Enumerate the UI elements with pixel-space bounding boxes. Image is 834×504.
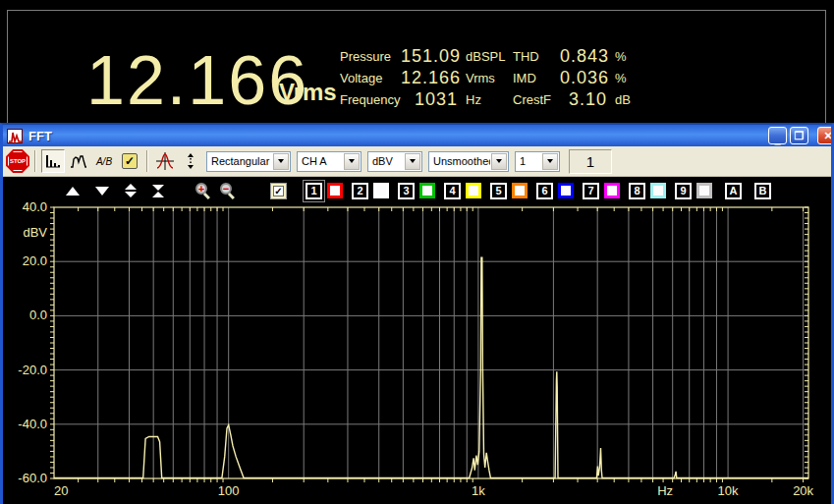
frequency-unit: Hz	[466, 92, 513, 107]
screen: 12.166 Vrms Pressure 151.09 dBSPL THD 0.…	[0, 0, 834, 504]
channel-6-button[interactable]: 6	[536, 183, 553, 199]
zoom-out-icon[interactable]: −	[220, 183, 237, 199]
chevron-down-icon[interactable]	[273, 153, 289, 170]
spectrum-bars-icon	[45, 154, 61, 168]
main-voltage-unit: Vrms	[279, 79, 337, 106]
x-tick-label: 20k	[793, 483, 813, 498]
title-bar[interactable]: FFT _ ❐ ✕	[3, 125, 831, 146]
channel-8-color-swatch[interactable]	[650, 183, 666, 198]
channel-combo[interactable]: CH A	[297, 151, 361, 172]
y-axis-unit-label: dBV	[23, 225, 47, 240]
channel-2-color-swatch[interactable]	[373, 183, 389, 198]
imd-label: IMD	[513, 71, 560, 85]
fft-plot-panel: + − ✓ 123456789AB 40.020.00.0-20.0-40.0-…	[3, 177, 831, 504]
chevron-down-icon[interactable]	[344, 153, 360, 170]
imd-value: 0.036	[560, 68, 615, 88]
channel-9-color-swatch[interactable]	[696, 183, 712, 198]
ab-compare-button[interactable]: A/B	[92, 149, 116, 173]
thd-unit: %	[615, 49, 642, 64]
pressure-unit: dBSPL	[466, 49, 513, 64]
overlay-a-button[interactable]: A	[725, 183, 742, 199]
measurement-display-panel: 12.166 Vrms Pressure 151.09 dBSPL THD 0.…	[0, 0, 834, 123]
setup-checklist-button[interactable]: ✓	[118, 149, 141, 173]
x-axis-unit-label: Hz	[657, 483, 673, 498]
plot-controls-row: + − ✓ 123456789AB	[58, 181, 771, 200]
x-tick-label: 100	[218, 483, 240, 498]
imd-unit: %	[615, 71, 642, 85]
minimize-button[interactable]: _	[768, 127, 787, 144]
crosshair-curve-icon	[156, 152, 174, 170]
y-tick-label: -40.0	[18, 417, 47, 431]
averaging-combo[interactable]: 1	[515, 151, 560, 172]
maximize-button[interactable]: ❐	[790, 127, 808, 144]
distortion-curve-button[interactable]	[153, 149, 177, 173]
cursor-marker-icon	[184, 152, 197, 170]
channel-6-color-swatch[interactable]	[558, 183, 574, 198]
compress-range-icon[interactable]	[152, 185, 164, 197]
shift-down-icon[interactable]	[95, 187, 109, 196]
trace-visible-checkbox[interactable]: ✓	[270, 183, 287, 199]
channel-7-color-swatch[interactable]	[604, 183, 620, 198]
spectrum-view-button[interactable]	[41, 149, 65, 173]
y-tick-label: 40.0	[23, 199, 47, 214]
y-tick-label: -20.0	[18, 363, 47, 377]
channel-3-button[interactable]: 3	[398, 183, 415, 199]
octave-band-view-button[interactable]	[67, 149, 90, 173]
x-tick-label: 20	[54, 483, 68, 498]
voltage-label: Voltage	[340, 71, 401, 85]
channel-2-button[interactable]: 2	[352, 183, 368, 199]
frequency-value: 1031	[401, 89, 466, 110]
fft-spectrum-chart[interactable]: 40.020.00.0-20.0-40.0-60.0dBV201001k10k2…	[3, 177, 831, 504]
magnitude-unit-value: dBV	[368, 155, 404, 167]
channel-buttons: 123456789AB	[297, 183, 771, 199]
channel-5-button[interactable]: 5	[490, 183, 507, 199]
window-function-value: Rectangular	[207, 155, 272, 167]
average-count-display: 1	[569, 149, 612, 174]
y-tick-label: -60.0	[18, 471, 47, 485]
main-voltage-readout: 12.166	[86, 41, 308, 120]
expand-range-icon[interactable]	[125, 184, 137, 197]
channel-4-color-swatch[interactable]	[466, 183, 481, 198]
channel-3-color-swatch[interactable]	[419, 183, 435, 198]
stop-button[interactable]: STOP	[5, 148, 30, 174]
fft-window: FFT _ ❐ ✕ STOP	[0, 123, 834, 504]
measurement-grid: Pressure 151.09 dBSPL THD 0.843 % Voltag…	[340, 45, 642, 110]
channel-7-button[interactable]: 7	[583, 183, 599, 199]
toolbar-separator	[34, 150, 36, 172]
close-button[interactable]: ✕	[817, 127, 831, 144]
y-tick-label: 0.0	[29, 308, 47, 322]
pressure-value: 151.09	[401, 46, 466, 67]
voltage-unit: Vrms	[466, 71, 513, 85]
chevron-down-icon[interactable]	[491, 153, 507, 170]
x-tick-label: 1k	[472, 483, 485, 498]
channel-9-button[interactable]: 9	[675, 183, 692, 199]
channel-1-color-swatch[interactable]	[327, 183, 343, 198]
window-function-combo[interactable]: Rectangular	[206, 151, 291, 172]
overlay-b-button[interactable]: B	[754, 183, 771, 199]
smoothing-value: Unsmoothed	[429, 155, 490, 167]
thd-value: 0.843	[560, 46, 615, 67]
chevron-down-icon[interactable]	[542, 153, 558, 170]
smoothing-combo[interactable]: Unsmoothed	[428, 151, 509, 172]
crestf-unit: dB	[615, 92, 642, 107]
ab-label: A/B	[96, 156, 112, 167]
channel-1-button[interactable]: 1	[306, 183, 322, 199]
stop-sign-icon: STOP	[6, 149, 29, 173]
thd-label: THD	[513, 49, 560, 64]
toolbar-separator	[146, 150, 148, 172]
window-title: FFT	[28, 129, 52, 143]
chevron-down-icon[interactable]	[405, 153, 420, 170]
channel-4-button[interactable]: 4	[444, 183, 461, 199]
magnitude-unit-combo[interactable]: dBV	[367, 151, 422, 172]
averaging-value: 1	[516, 155, 541, 167]
shift-up-icon[interactable]	[66, 187, 80, 196]
crestf-value: 3.10	[560, 89, 615, 110]
combo-row: RectangularCH AdBVUnsmoothed1	[203, 151, 563, 172]
fft-toolbar: STOP A/B ✓	[3, 146, 831, 177]
channel-value: CH A	[298, 155, 343, 167]
cursor-marker-button[interactable]	[179, 149, 202, 173]
zoom-in-icon[interactable]: +	[195, 183, 212, 199]
frequency-label: Frequency	[340, 92, 401, 107]
channel-5-color-swatch[interactable]	[512, 183, 528, 198]
channel-8-button[interactable]: 8	[629, 183, 645, 199]
